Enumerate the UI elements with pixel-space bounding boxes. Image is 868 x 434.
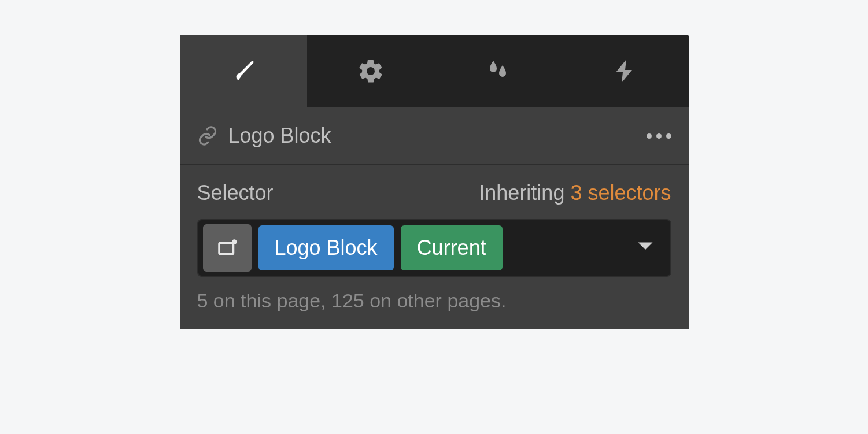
inheriting-prefix: Inheriting [479,181,570,205]
selector-labels-row: Selector Inheriting 3 selectors [197,181,671,205]
inheriting-count: 3 selectors [570,181,671,205]
selector-label: Selector [197,181,274,205]
element-name: Logo Block [228,124,647,148]
brush-icon [230,57,257,85]
tab-effects[interactable] [434,35,562,107]
dot-icon [656,133,662,139]
tab-style[interactable] [180,35,307,107]
panel-tabs [180,35,689,107]
link-icon [197,125,218,146]
droplets-icon [484,57,512,85]
selector-usage-text: 5 on this page, 125 on other pages. [197,290,671,312]
tab-interactions[interactable] [562,35,689,107]
selector-indicator-icon [215,236,239,260]
class-tag[interactable]: Logo Block [258,225,394,270]
dot-icon [666,133,671,139]
svg-rect-0 [219,243,234,254]
selector-dropdown-toggle[interactable] [637,241,654,255]
selector-section: Selector Inheriting 3 selectors Logo Blo… [180,165,689,329]
tab-settings[interactable] [307,35,434,107]
selector-indicator-button[interactable] [203,224,252,272]
more-menu-button[interactable] [647,133,671,139]
gear-icon [357,57,385,85]
inheriting-link[interactable]: Inheriting 3 selectors [479,181,671,205]
state-tag[interactable]: Current [401,225,503,270]
svg-point-1 [231,239,237,244]
chevron-down-icon [637,241,654,253]
style-panel: Logo Block Selector Inheriting 3 selecto… [180,35,689,329]
selector-field[interactable]: Logo Block Current [197,219,671,277]
dot-icon [647,133,652,139]
lightning-icon [611,57,639,85]
element-header: Logo Block [180,107,689,165]
